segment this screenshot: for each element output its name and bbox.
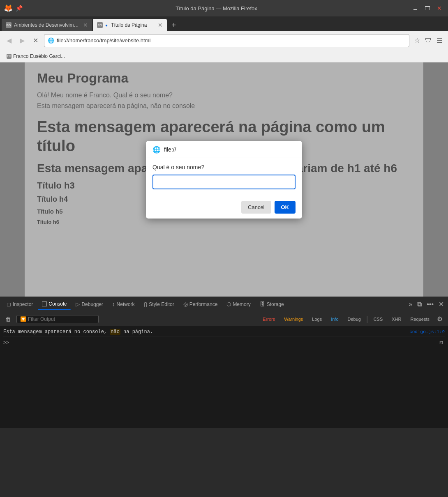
dialog-box: 🌐 file:// Qual é o seu nome? Cancel OK [146, 141, 302, 219]
tab-ambientes[interactable]: FG Ambientes de Desenvolvimen... ✕ [2, 19, 92, 31]
devtools-panel: ◻ Inspector Console ▷ Debugger ↕ Network… [0, 297, 448, 428]
titlebar: 🦊 📌 Título da Página — Mozilla Firefox 🗕… [0, 0, 448, 16]
page-area: Meu Programa Olá! Meu nome é Franco. Qua… [0, 62, 448, 297]
debugger-icon: ▷ [76, 301, 80, 307]
network-icon: ↕ [112, 301, 115, 307]
prompt-chevron: >> [3, 340, 9, 345]
performance-icon: ◎ [183, 301, 188, 307]
devtools-more-button[interactable]: ••• [425, 299, 435, 310]
forward-button[interactable]: ▶ [17, 35, 27, 46]
console-log-text: Esta mensagem aparecerá no console, não … [3, 329, 406, 335]
tab-style-editor[interactable]: {} Style Editor [140, 299, 178, 310]
shield-icon-btn[interactable]: 🛡 [423, 35, 433, 46]
tab-inspector[interactable]: ◻ Inspector [2, 299, 37, 310]
tab-storage[interactable]: 🗄 Storage [256, 299, 288, 310]
bookmarks-bar: FG Franco Eusébio Garci... [0, 50, 448, 62]
memory-icon: ⬡ [226, 301, 231, 307]
console-log-line: Esta mensagem aparecerá no console, não … [3, 328, 445, 336]
highlight-not: não [110, 329, 120, 335]
inspector-icon: ◻ [7, 301, 11, 307]
inspector-label: Inspector [13, 301, 33, 307]
style-editor-icon: {} [144, 301, 148, 307]
filter-requests-button[interactable]: Requests [407, 315, 433, 323]
devtools-toolbar-right: » ⧉ ••• ✕ [407, 299, 446, 310]
bookmark-favicon: FG [7, 54, 12, 59]
tab-performance[interactable]: ◎ Performance [179, 299, 222, 310]
dialog-footer: Cancel OK [146, 196, 302, 219]
tab-title-titulo: Título da Página [111, 22, 155, 28]
window-title: Título da Página — Mozilla Firefox [23, 5, 410, 12]
memory-label: Memory [233, 301, 250, 307]
detach-button[interactable]: ⧉ [416, 299, 423, 310]
style-editor-label: Style Editor [149, 301, 174, 307]
cancel-button[interactable]: Cancel [241, 201, 271, 214]
console-split-button[interactable]: ⧈ [438, 338, 445, 347]
filter-separator: | [366, 315, 368, 323]
dialog-globe-icon: 🌐 [152, 146, 161, 154]
navbar: ◀ ▶ ✕ 🌐 file:///home/franco/tmp/site/web… [0, 31, 448, 50]
tab-console[interactable]: Console [38, 299, 71, 310]
tab-close-ambientes[interactable]: ✕ [83, 22, 88, 28]
ok-button[interactable]: OK [275, 201, 296, 214]
menu-button[interactable]: ☰ [435, 35, 444, 46]
reload-button[interactable]: ✕ [30, 35, 41, 46]
filter-output-input[interactable] [28, 316, 95, 322]
devtools-toolbar: ◻ Inspector Console ▷ Debugger ↕ Network… [0, 297, 448, 312]
devtools-close-button[interactable]: ✕ [437, 299, 446, 310]
dialog-input[interactable] [152, 175, 296, 189]
filter-debug-button[interactable]: Debug [344, 315, 365, 323]
console-output: Esta mensagem aparecerá no console, não … [0, 326, 448, 428]
console-settings-button[interactable]: ⚙ [435, 314, 445, 324]
filter-output-wrap: 🔽 [16, 315, 99, 323]
more-tools-button[interactable]: » [407, 299, 414, 310]
console-label: Console [48, 301, 67, 307]
filter-xhr-button[interactable]: XHR [388, 315, 405, 323]
url-text: file:///home/franco/tmp/site/website.htm… [57, 37, 150, 44]
bookmark-franco[interactable]: FG Franco Eusébio Garci... [4, 53, 67, 60]
console-filter-buttons: Errors Warnings Logs Info Debug | CSS XH… [259, 314, 445, 324]
bookmark-icon-btn[interactable]: ☆ [413, 35, 422, 46]
storage-label: Storage [267, 301, 284, 307]
new-tab-button[interactable]: + [168, 19, 180, 31]
tab-memory[interactable]: ⬡ Memory [222, 299, 254, 310]
filter-icon: 🔽 [20, 316, 26, 322]
filter-info-button[interactable]: Info [327, 315, 342, 323]
tab-network[interactable]: ↕ Network [108, 299, 139, 310]
minimize-button[interactable]: 🗕 [410, 4, 420, 12]
network-label: Network [117, 301, 135, 307]
filter-warnings-button[interactable]: Warnings [280, 315, 307, 323]
dialog-overlay: 🌐 file:// Qual é o seu nome? Cancel OK [0, 62, 448, 297]
maximize-button[interactable]: 🗖 [423, 4, 432, 12]
console-prompt-row: >> ⧈ [3, 336, 445, 348]
tab-titulo[interactable]: FG ● Título da Página ✕ [93, 19, 167, 31]
console-toolbar: 🗑 🔽 Errors Warnings Logs Info Debug | CS… [0, 312, 448, 326]
console-icon [42, 301, 47, 306]
dialog-url: file:// [164, 146, 176, 153]
pin-icon: 📌 [16, 5, 23, 12]
debugger-label: Debugger [81, 301, 103, 307]
dialog-header: 🌐 file:// [146, 141, 302, 157]
nav-right-icons: ☆ 🛡 ☰ [413, 35, 444, 46]
tab-debugger[interactable]: ▷ Debugger [72, 299, 107, 310]
storage-icon: 🗄 [260, 301, 265, 307]
titlebar-left: 🦊 📌 [4, 4, 23, 12]
filter-css-button[interactable]: CSS [370, 315, 387, 323]
tab-title-ambientes: Ambientes de Desenvolvimen... [14, 22, 81, 28]
url-globe-icon: 🌐 [48, 37, 54, 44]
url-bar[interactable]: 🌐 file:///home/franco/tmp/site/website.h… [44, 34, 409, 47]
window-controls: 🗕 🗖 ✕ [410, 4, 444, 12]
tab-modified-dot: ● [105, 23, 108, 28]
filter-errors-button[interactable]: Errors [259, 315, 279, 323]
performance-label: Performance [189, 301, 218, 307]
firefox-logo-icon: 🦊 [4, 4, 12, 12]
dialog-body: Qual é o seu nome? [146, 157, 302, 196]
dialog-label: Qual é o seu nome? [152, 164, 296, 170]
close-button[interactable]: ✕ [435, 4, 444, 12]
tab-close-titulo[interactable]: ✕ [158, 22, 163, 28]
back-button[interactable]: ◀ [4, 35, 14, 46]
tab-favicon-titulo: FG [97, 22, 103, 28]
console-log-source[interactable]: codigo.js:1:9 [409, 329, 445, 334]
clear-console-button[interactable]: 🗑 [3, 315, 13, 324]
filter-logs-button[interactable]: Logs [308, 315, 326, 323]
tab-bar: FG Ambientes de Desenvolvimen... ✕ FG ● … [0, 16, 448, 31]
